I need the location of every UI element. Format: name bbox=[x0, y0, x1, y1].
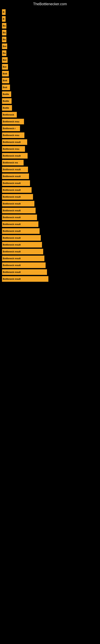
bar-row: Bottleneck resu bbox=[2, 132, 98, 138]
bar-28: Bottleneck result bbox=[2, 194, 33, 200]
bar-row: B bbox=[2, 9, 98, 15]
bar-row: Bottleneck result bbox=[2, 153, 98, 158]
bar-37: Bottleneck result bbox=[2, 256, 44, 261]
bar-row: Bo bbox=[2, 37, 98, 42]
bar-row: Bot bbox=[2, 57, 98, 63]
bar-label-40: Bottleneck result bbox=[3, 278, 21, 280]
bar-row: Bott bbox=[2, 78, 98, 83]
bar-9: Bot bbox=[2, 64, 8, 70]
bar-32: Bottleneck result bbox=[2, 222, 38, 227]
bar-label-16: Bottleneck bbox=[3, 114, 14, 116]
bar-5: Bo bbox=[2, 37, 6, 42]
bar-row: Bottleneck result bbox=[2, 180, 98, 186]
bar-20: Bottleneck result bbox=[2, 139, 27, 145]
bar-row: Bott bbox=[2, 71, 98, 76]
bar-label-27: Bottleneck result bbox=[3, 189, 21, 191]
bar-4: Bo bbox=[2, 30, 6, 36]
bar-row: Bottleneck r bbox=[2, 126, 98, 131]
bar-39: Bottleneck result bbox=[2, 269, 47, 275]
bar-row: Bottleneck result bbox=[2, 187, 98, 193]
bar-row: Bot bbox=[2, 44, 98, 49]
bar-label-29: Bottleneck result bbox=[3, 202, 21, 205]
bar-15: Bottle bbox=[2, 105, 12, 111]
bar-label-33: Bottleneck result bbox=[3, 230, 21, 232]
bar-label-34: Bottleneck result bbox=[3, 237, 21, 239]
bar-23: Bottleneck res bbox=[2, 160, 24, 166]
bar-row: Bottleneck result bbox=[2, 249, 98, 254]
bar-30: Bottleneck result bbox=[2, 208, 36, 213]
bar-label-4: Bo bbox=[3, 32, 6, 34]
bar-33: Bottleneck result bbox=[2, 228, 40, 234]
bar-row: Bottleneck result bbox=[2, 167, 98, 172]
bar-3: Bo bbox=[2, 23, 6, 28]
bar-label-38: Bottleneck result bbox=[3, 264, 21, 266]
bar-label-25: Bottleneck result bbox=[3, 175, 21, 178]
bar-31: Bottleneck result bbox=[2, 214, 37, 220]
bar-row: Bo bbox=[2, 23, 98, 28]
bar-16: Bottleneck bbox=[2, 112, 17, 118]
bar-label-23: Bottleneck res bbox=[3, 162, 18, 164]
bar-label-13: Bottle bbox=[3, 93, 9, 96]
bar-row: Bottleneck bbox=[2, 112, 98, 118]
bar-label-18: Bottleneck r bbox=[3, 127, 16, 130]
bar-label-3: Bo bbox=[3, 24, 6, 27]
bar-35: Bottleneck result bbox=[2, 242, 42, 248]
bar-label-21: Bottleneck resu bbox=[3, 148, 19, 150]
bar-label-6: Bot bbox=[3, 45, 6, 48]
bar-row: Bottleneck result bbox=[2, 208, 98, 213]
bar-row: Bottleneck result bbox=[2, 174, 98, 179]
bar-label-5: Bo bbox=[3, 38, 6, 41]
bar-6: Bot bbox=[2, 44, 7, 49]
bars-container: BBBoBoBoBotBoBotBotBottBottBottBottleBot… bbox=[0, 7, 100, 282]
bar-1: B bbox=[2, 9, 6, 15]
bar-row: Bo bbox=[2, 50, 98, 56]
bar-label-24: Bottleneck result bbox=[3, 168, 21, 171]
bar-label-20: Bottleneck result bbox=[3, 141, 21, 143]
bar-row: Bottle bbox=[2, 98, 98, 104]
bar-40: Bottleneck result bbox=[2, 276, 49, 282]
bar-row: Bottleneck result bbox=[2, 262, 98, 268]
bar-label-26: Bottleneck result bbox=[3, 182, 21, 184]
bar-row: Bottleneck result bbox=[2, 214, 98, 220]
bar-21: Bottleneck resu bbox=[2, 146, 25, 152]
bar-24: Bottleneck result bbox=[2, 167, 28, 172]
bar-label-9: Bot bbox=[3, 66, 6, 68]
bar-29: Bottleneck result bbox=[2, 201, 34, 206]
bar-label-12: Bott bbox=[3, 86, 7, 88]
bar-row: Bottleneck result bbox=[2, 256, 98, 261]
bar-22: Bottleneck result bbox=[2, 153, 28, 158]
bar-10: Bott bbox=[2, 71, 9, 76]
bar-label-19: Bottleneck resu bbox=[3, 134, 19, 136]
bar-row: Bottleneck result bbox=[2, 201, 98, 206]
bar-row: Bot bbox=[2, 64, 98, 70]
bar-2: B bbox=[2, 16, 6, 22]
bar-26: Bottleneck result bbox=[2, 180, 30, 186]
bar-8: Bot bbox=[2, 57, 8, 63]
bar-38: Bottleneck result bbox=[2, 262, 46, 268]
bar-row: Bottleneck result bbox=[2, 276, 98, 282]
bar-label-39: Bottleneck result bbox=[3, 271, 21, 273]
bar-row: Bottleneck result bbox=[2, 235, 98, 241]
bar-row: Bottleneck resu bbox=[2, 119, 98, 124]
bar-27: Bottleneck result bbox=[2, 187, 32, 193]
bar-25: Bottleneck result bbox=[2, 174, 29, 179]
bar-label-32: Bottleneck result bbox=[3, 223, 21, 226]
bar-17: Bottleneck resu bbox=[2, 119, 24, 124]
bar-14: Bottle bbox=[2, 98, 12, 104]
bar-row: Bottleneck result bbox=[2, 222, 98, 227]
bar-row: Bottle bbox=[2, 91, 98, 97]
bar-label-30: Bottleneck result bbox=[3, 209, 21, 212]
bar-row: Bottleneck result bbox=[2, 194, 98, 200]
bar-row: Bott bbox=[2, 84, 98, 90]
bar-label-31: Bottleneck result bbox=[3, 216, 21, 218]
bar-row: Bo bbox=[2, 30, 98, 36]
bar-row: Bottleneck resu bbox=[2, 146, 98, 152]
bar-34: Bottleneck result bbox=[2, 235, 41, 241]
bar-row: Bottleneck result bbox=[2, 228, 98, 234]
bar-row: Bottle bbox=[2, 105, 98, 111]
bar-11: Bott bbox=[2, 78, 9, 83]
bar-label-14: Bottle bbox=[3, 100, 9, 102]
bar-7: Bo bbox=[2, 50, 6, 56]
bar-label-11: Bott bbox=[3, 79, 7, 82]
bar-label-8: Bot bbox=[3, 59, 6, 61]
